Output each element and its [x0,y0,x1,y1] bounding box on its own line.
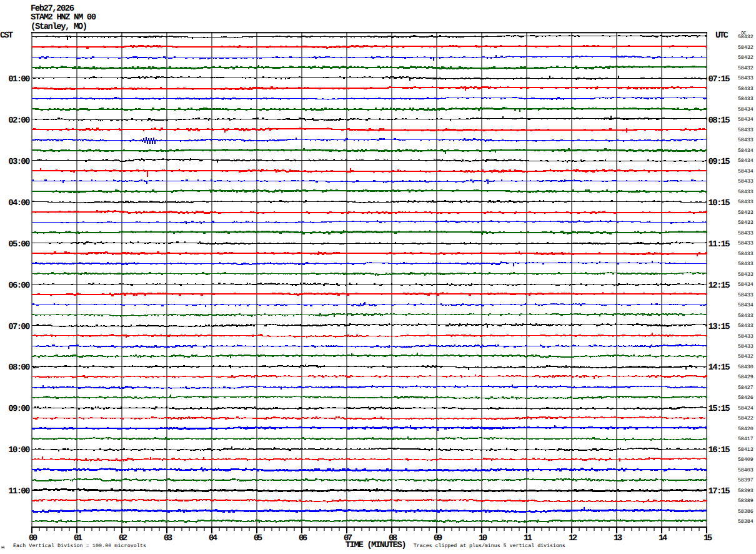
svg-text:05:00: 05:00 [8,239,30,249]
svg-text:58430: 58430 [738,365,754,370]
svg-text:58434: 58434 [738,282,754,288]
svg-text:58433: 58433 [738,231,754,236]
svg-text:58432: 58432 [738,66,754,71]
svg-text:58397: 58397 [738,478,754,483]
svg-text:58434: 58434 [738,117,754,123]
svg-text:58433: 58433 [738,323,754,329]
svg-text:58424: 58424 [738,406,754,411]
svg-text:12:15: 12:15 [709,281,730,291]
svg-text:58427: 58427 [738,385,754,391]
svg-text:15: 15 [704,533,712,543]
svg-text:58433: 58433 [738,241,754,246]
svg-text:04:00: 04:00 [8,198,30,208]
svg-text:58433: 58433 [738,344,754,350]
svg-text:08:15: 08:15 [709,116,730,126]
svg-text:02:00: 02:00 [8,116,30,126]
svg-text:13: 13 [614,533,622,543]
svg-text:03: 03 [164,533,172,543]
svg-text:Traces clipped at plus/minus 5: Traces clipped at plus/minus 5 vertical … [414,543,565,549]
svg-text:14: 14 [659,533,667,543]
svg-text:58433: 58433 [738,138,754,143]
svg-text:06:00: 06:00 [8,281,30,291]
svg-text:58433: 58433 [738,76,754,81]
svg-text:58433: 58433 [738,293,754,298]
svg-text:Each Vertical Division = 100.: Each Vertical Division = 100.00 microvol… [13,543,146,549]
svg-text:58434: 58434 [738,107,754,113]
svg-text:10: 10 [479,533,487,543]
svg-text:03:00: 03:00 [8,157,30,167]
svg-text:58433: 58433 [738,210,754,216]
svg-text:02: 02 [119,533,127,543]
svg-text:58433: 58433 [738,251,754,257]
svg-text:CST: CST [0,31,13,41]
svg-text:58432: 58432 [738,45,754,51]
svg-text:07:00: 07:00 [8,322,30,332]
svg-text:05: 05 [254,533,262,543]
svg-text:58434: 58434 [738,158,754,164]
svg-text:58417: 58417 [738,436,754,442]
svg-text:58433: 58433 [738,272,754,278]
svg-text:12: 12 [569,533,577,543]
svg-text:58393: 58393 [738,488,754,494]
svg-text:58429: 58429 [738,375,754,380]
svg-text:11: 11 [524,533,532,543]
svg-text:UTC: UTC [715,31,729,41]
svg-text:15:15: 15:15 [709,404,730,414]
svg-text:58433: 58433 [738,199,754,205]
svg-text:58433: 58433 [738,313,754,319]
svg-text:58433: 58433 [738,334,754,340]
svg-text:58413: 58413 [738,447,754,453]
svg-text:(Stanley, MO): (Stanley, MO) [31,22,87,32]
svg-text:58433: 58433 [738,179,754,184]
svg-text:04: 04 [209,533,217,543]
svg-text:58384: 58384 [738,519,754,525]
svg-text:07:15: 07:15 [709,74,730,84]
svg-text:58426: 58426 [738,395,754,401]
svg-text:58432: 58432 [738,55,754,61]
svg-text:58433: 58433 [738,220,754,226]
svg-text:58433: 58433 [738,96,754,102]
svg-text:01: 01 [74,533,82,543]
svg-text:58386: 58386 [738,509,754,515]
svg-text:10:15: 10:15 [709,198,730,208]
svg-text:58420: 58420 [738,426,754,432]
svg-text:09:00: 09:00 [8,404,30,414]
svg-text:58433: 58433 [738,128,754,133]
svg-text:16:15: 16:15 [709,445,730,455]
svg-text:14:15: 14:15 [709,363,730,373]
svg-text:01:00: 01:00 [8,74,30,84]
svg-text:09:15: 09:15 [709,157,730,167]
svg-text:58434: 58434 [738,148,754,154]
svg-text:TIME (MINUTES): TIME (MINUTES) [346,540,407,550]
svg-text:58389: 58389 [738,498,754,504]
svg-text:58432: 58432 [738,354,754,360]
svg-text:17:15: 17:15 [709,486,730,496]
svg-text:58433: 58433 [738,189,754,195]
svg-text:DC: DC [741,31,747,36]
svg-text:10:00: 10:00 [8,445,30,455]
svg-text:08:00: 08:00 [8,363,30,373]
svg-text:58403: 58403 [738,468,754,473]
svg-text:58409: 58409 [738,457,754,463]
svg-text:58434: 58434 [738,169,754,174]
svg-text:58433: 58433 [738,86,754,92]
svg-text:09: 09 [434,533,442,543]
svg-text:58422: 58422 [738,416,754,421]
svg-text:58434: 58434 [738,303,754,308]
svg-text:58433: 58433 [738,261,754,267]
svg-text:11:15: 11:15 [709,239,730,249]
svg-text:11:00: 11:00 [8,486,30,496]
svg-text:00: 00 [29,533,37,543]
svg-text:13:15: 13:15 [709,322,730,332]
svg-text:06: 06 [299,533,307,543]
